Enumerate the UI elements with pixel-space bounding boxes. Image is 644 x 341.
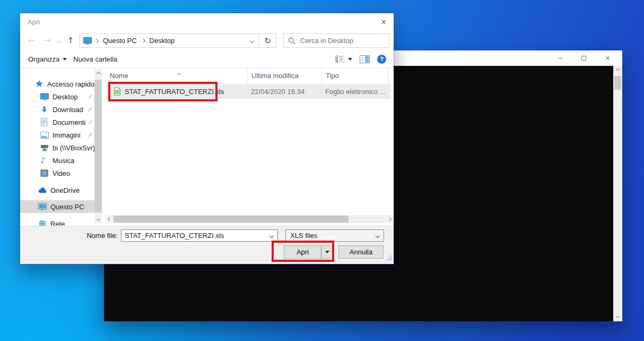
- desktop-location-icon: [83, 37, 92, 45]
- sidebar-item-desktop[interactable]: Desktop: [20, 90, 94, 103]
- search-box[interactable]: [283, 33, 389, 48]
- dialog-close-icon[interactable]: ×: [381, 18, 386, 27]
- breadcrumb-desktop[interactable]: Desktop: [150, 37, 175, 45]
- breadcrumb-separator-icon: [94, 38, 99, 42]
- dialog-footer: Nome file: XLS files Apri Annulla: [20, 226, 394, 264]
- chevron-down-icon[interactable]: [266, 234, 277, 237]
- column-header-ultima-modifica[interactable]: Ultima modifica: [247, 68, 321, 83]
- recent-locations-icon[interactable]: [56, 39, 62, 42]
- sidebar-item-accesso-rapido[interactable]: Accesso rapido: [20, 78, 94, 90]
- annotation-highlight-open-button: [272, 241, 334, 262]
- scrollbar-thumb[interactable]: [114, 216, 349, 223]
- pin-icon: [87, 131, 93, 139]
- column-header-extra: [388, 68, 394, 83]
- address-bar[interactable]: Questo PC Desktop ↻: [79, 33, 276, 48]
- filename-combobox[interactable]: [121, 229, 278, 242]
- scroll-left-icon[interactable]: [106, 215, 113, 223]
- sidebar-item-immagini[interactable]: Immagini: [20, 129, 94, 141]
- scroll-down-icon[interactable]: [94, 215, 102, 223]
- sidebar-item-label: Desktop: [53, 93, 78, 101]
- navigation-pane: Accesso rapido Desktop Download Document…: [20, 68, 94, 226]
- filename-label: Nome file:: [84, 232, 118, 240]
- chevron-down-icon: [63, 58, 67, 61]
- background-window-scrollbar[interactable]: [613, 66, 622, 321]
- computer-icon: [38, 203, 47, 211]
- sidebar-item-label: Documenti: [53, 118, 85, 126]
- cancel-button[interactable]: Annulla: [338, 245, 384, 259]
- minimize-button[interactable]: [548, 50, 572, 66]
- file-type: Foglio elettronico ...: [325, 88, 391, 96]
- navigation-bar: ← → ↑ Questo PC Desktop ↻: [20, 31, 394, 50]
- sidebar-item-label: Questo PC: [50, 203, 84, 211]
- file-modified: 22/04/2020 16:34: [251, 88, 325, 96]
- scroll-up-icon[interactable]: [94, 69, 102, 78]
- breadcrumb-questo-pc[interactable]: Questo PC: [103, 37, 137, 45]
- organize-button[interactable]: Organizza: [28, 55, 67, 63]
- scroll-down-icon[interactable]: [613, 312, 622, 321]
- new-folder-button[interactable]: Nuova cartella: [73, 55, 117, 63]
- filetype-value: XLS files: [290, 232, 317, 240]
- scrollbar-thumb[interactable]: [614, 76, 621, 90]
- sidebar-item-onedrive[interactable]: OneDrive: [20, 184, 94, 197]
- sort-ascending-icon: [178, 70, 180, 78]
- close-icon: ×: [605, 54, 610, 63]
- sidebar-scrollbar[interactable]: [94, 69, 102, 223]
- pin-icon: [87, 118, 93, 126]
- forward-icon[interactable]: →: [42, 37, 52, 45]
- sidebar-item-network-share[interactable]: bi (\\VBoxSvr) (Z: [20, 141, 94, 154]
- annotation-highlight-file: [108, 82, 217, 101]
- sidebar-item-rete[interactable]: Rete: [20, 217, 94, 226]
- film-icon: [40, 169, 49, 177]
- sidebar-item-label: Immagini: [53, 131, 81, 139]
- quick-access-star-icon: [35, 80, 44, 88]
- new-folder-label: Nuova cartella: [73, 55, 117, 63]
- monitor-icon: [40, 93, 49, 101]
- minimize-icon: [558, 58, 563, 58]
- cloud-icon: [38, 187, 47, 193]
- dialog-titlebar: Apri ×: [20, 13, 394, 31]
- open-file-dialog: Apri × ← → ↑ Questo PC Desktop ↻ Organiz…: [20, 13, 394, 264]
- file-list-horizontal-scrollbar[interactable]: [106, 215, 393, 223]
- scroll-right-icon[interactable]: [386, 215, 393, 223]
- views-button[interactable]: [335, 55, 352, 63]
- refresh-icon[interactable]: ↻: [259, 34, 276, 47]
- search-input[interactable]: [300, 37, 385, 45]
- sidebar-item-documenti[interactable]: Documenti: [20, 116, 94, 129]
- help-icon[interactable]: ?: [377, 55, 386, 64]
- back-icon[interactable]: ←: [27, 37, 36, 45]
- preview-pane-icon[interactable]: [360, 55, 370, 63]
- breadcrumb-separator-icon: [141, 38, 145, 42]
- sidebar-item-label: Musica: [53, 157, 74, 165]
- sidebar-item-video[interactable]: Video: [20, 167, 94, 180]
- sidebar-item-download[interactable]: Download: [20, 103, 94, 116]
- dialog-title: Apri: [28, 18, 40, 26]
- sidebar-item-label: Rete: [50, 220, 65, 226]
- sidebar-item-questo-pc[interactable]: Questo PC: [20, 200, 94, 213]
- chevron-down-icon: [348, 58, 352, 61]
- command-bar: Organizza Nuova cartella ?: [20, 50, 394, 68]
- toolbar-right-icons: ?: [335, 55, 386, 64]
- column-header-nome[interactable]: Nome: [106, 68, 247, 83]
- up-icon[interactable]: ↑: [66, 37, 75, 45]
- scroll-up-icon[interactable]: [613, 66, 622, 75]
- maximize-button[interactable]: [572, 50, 596, 66]
- list-view-icon: [335, 55, 345, 63]
- document-icon: [40, 118, 49, 126]
- close-button[interactable]: ×: [596, 50, 620, 66]
- filename-input[interactable]: [121, 232, 266, 240]
- sidebar-item-musica[interactable]: ♪ Musica: [20, 154, 94, 167]
- address-dropdown-icon[interactable]: [245, 39, 259, 42]
- maximize-icon: [581, 56, 586, 61]
- filetype-dropdown[interactable]: XLS files: [285, 229, 384, 242]
- globe-icon: [38, 219, 47, 226]
- sidebar-item-label: Download: [53, 106, 83, 114]
- network-drive-icon: [40, 144, 49, 152]
- desktop: { "background_window": { "minimize": "mi…: [0, 0, 644, 341]
- chevron-down-icon[interactable]: [372, 234, 384, 237]
- column-header-tipo[interactable]: Tipo: [321, 68, 388, 83]
- sidebar-item-label: Video: [53, 169, 70, 177]
- resize-grip-icon[interactable]: [386, 254, 392, 262]
- scrollbar-thumb[interactable]: [94, 80, 102, 212]
- search-icon: [288, 37, 295, 45]
- organize-label: Organizza: [28, 55, 59, 63]
